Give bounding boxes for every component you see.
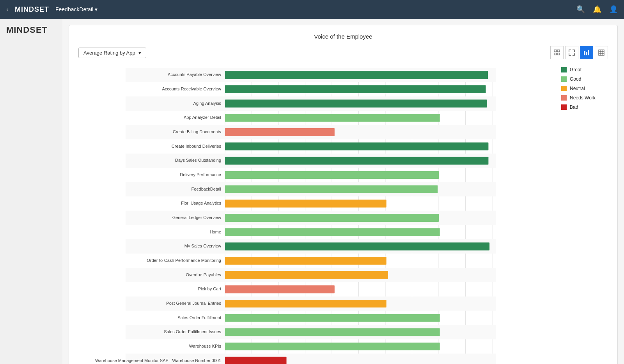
legend-good: Good (561, 76, 608, 82)
svg-text:App Analyzer Detail: App Analyzer Detail (184, 115, 221, 120)
chart-area: .bar-label { font-size: 11px; fill: #444… (78, 64, 608, 364)
svg-rect-4 (584, 51, 585, 55)
svg-text:Days Sales Outstanding: Days Sales Outstanding (175, 158, 221, 163)
svg-rect-2 (554, 53, 557, 55)
toolbar-icons (550, 46, 608, 59)
legend-needs-work: Needs Work (561, 95, 608, 101)
legend-needs-work-label: Needs Work (570, 95, 596, 101)
svg-text:Create Billing Documents: Create Billing Documents (173, 129, 222, 134)
svg-rect-76 (225, 285, 335, 293)
svg-rect-68 (225, 228, 440, 236)
svg-text:Warehouse KPIs: Warehouse KPIs (189, 344, 222, 348)
back-button[interactable]: ‹ (6, 5, 9, 14)
svg-rect-82 (225, 328, 440, 336)
svg-text:General Ledger Overview: General Ledger Overview (172, 215, 221, 220)
notification-icon[interactable]: 🔔 (593, 5, 601, 14)
svg-rect-52 (225, 114, 440, 122)
top-navigation: ‹ MINDSET FeedbackDetail ▾ 🔍 🔔 👤 (0, 0, 624, 19)
svg-rect-48 (225, 85, 486, 93)
svg-rect-5 (586, 52, 587, 55)
svg-rect-3 (557, 53, 560, 55)
main-content: Voice of the Employee Average Rating by … (62, 19, 624, 364)
dropdown-label: Average Rating by App (83, 50, 135, 56)
svg-rect-58 (225, 157, 488, 164)
search-icon[interactable]: 🔍 (576, 5, 585, 14)
svg-text:Create Inbound Deliveries: Create Inbound Deliveries (172, 144, 222, 148)
svg-rect-66 (225, 214, 439, 222)
legend-great-color (561, 67, 567, 72)
svg-rect-84 (225, 343, 440, 350)
dropdown-arrow-icon: ▾ (138, 50, 141, 56)
svg-rect-70 (225, 242, 489, 250)
svg-rect-1 (557, 50, 560, 52)
svg-text:My Sales Overview: My Sales Overview (184, 244, 221, 248)
svg-text:Accounts Receivable Overview: Accounts Receivable Overview (162, 87, 221, 91)
nav-icons: 🔍 🔔 👤 (576, 5, 618, 14)
sidebar: MINDSET (0, 19, 62, 364)
legend-neutral-color (561, 86, 567, 91)
svg-rect-74 (225, 271, 388, 279)
legend-good-label: Good (570, 76, 581, 82)
sidebar-logo: MINDSET (6, 25, 56, 35)
legend-neutral-label: Neutral (570, 86, 585, 91)
legend-bad-label: Bad (570, 104, 578, 110)
legend-great: Great (561, 67, 608, 72)
nav-logo: MINDSET (15, 5, 49, 14)
chart-svg-area: .bar-label { font-size: 11px; fill: #444… (78, 64, 555, 364)
legend-good-color (561, 76, 567, 82)
bar-chart-svg: .bar-label { font-size: 11px; fill: #444… (78, 64, 555, 364)
svg-rect-0 (554, 50, 557, 52)
svg-text:FeedbackDetail: FeedbackDetail (191, 187, 221, 191)
svg-text:Delivery Performance: Delivery Performance (180, 172, 221, 177)
svg-text:Order-to-Cash Performance Moni: Order-to-Cash Performance Monitoring (147, 258, 221, 263)
legend-great-label: Great (570, 67, 581, 72)
user-icon[interactable]: 👤 (609, 5, 618, 14)
chart-container: Voice of the Employee Average Rating by … (69, 25, 618, 364)
svg-rect-72 (225, 257, 386, 265)
legend-bad-color (561, 104, 567, 110)
bar-chart-button[interactable] (580, 46, 593, 59)
grid-button[interactable] (595, 46, 608, 59)
metric-dropdown[interactable]: Average Rating by App ▾ (78, 48, 146, 58)
legend-needs-work-color (561, 95, 567, 101)
svg-rect-56 (225, 143, 488, 150)
legend-neutral: Neutral (561, 86, 608, 91)
table-view-button[interactable] (550, 46, 564, 59)
svg-rect-46 (225, 71, 488, 79)
svg-text:Warehouse Management Monitor S: Warehouse Management Monitor SAP - Wareh… (95, 358, 221, 363)
legend-bad: Bad (561, 104, 608, 110)
svg-text:Home: Home (210, 230, 221, 234)
svg-text:Pick by Cart: Pick by Cart (198, 286, 221, 291)
svg-rect-50 (225, 100, 487, 108)
svg-text:Fiori Usage Analytics: Fiori Usage Analytics (181, 201, 221, 205)
svg-rect-6 (588, 50, 589, 55)
expand-button[interactable] (565, 46, 578, 59)
svg-rect-11 (599, 50, 604, 55)
svg-text:Aging Analysis: Aging Analysis (193, 101, 221, 106)
svg-rect-86 (225, 357, 287, 364)
chart-toolbar: Average Rating by App ▾ (78, 46, 608, 59)
nav-title[interactable]: FeedbackDetail ▾ (55, 6, 98, 12)
chart-legend: Great Good Neutral Needs Work Bad (561, 64, 608, 364)
chart-title: Voice of the Employee (78, 33, 608, 40)
svg-text:Overdue Payables: Overdue Payables (186, 272, 222, 277)
svg-rect-60 (225, 171, 439, 179)
svg-text:Sales Order Fulfillment Issues: Sales Order Fulfillment Issues (164, 329, 221, 334)
svg-rect-64 (225, 200, 386, 207)
svg-rect-80 (225, 314, 440, 322)
svg-rect-62 (225, 186, 438, 193)
svg-text:Post General Journal Entries: Post General Journal Entries (166, 301, 221, 306)
svg-rect-78 (225, 300, 386, 307)
svg-text:Accounts Payable Overview: Accounts Payable Overview (168, 72, 221, 77)
svg-text:Sales Order Fulfillment: Sales Order Fulfillment (177, 315, 221, 320)
svg-rect-54 (225, 128, 335, 136)
